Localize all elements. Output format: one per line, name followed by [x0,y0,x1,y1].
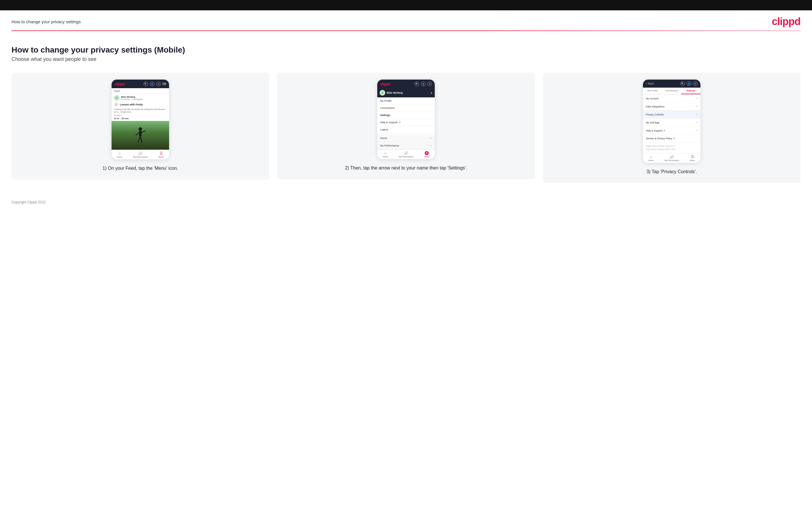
menu-item-myprofile[interactable]: My Profile [377,97,435,105]
nav2-performance[interactable]: 📈 My Performance [399,151,413,158]
settings-icon: ⚙ [156,81,161,86]
page-heading: How to change your privacy settings (Mob… [11,45,801,55]
username: Blair McHarg [121,96,143,98]
nav3-performance-label: My Performance [664,159,679,161]
svg-line-4 [136,132,139,135]
phone1-topbar: clippd 🔍 👤 ⚙ [111,79,169,88]
golf-image [111,121,169,150]
helpsupport-label: Help & Support ↗ [646,129,665,132]
phone2-menu: My Profile Connections Settings Help & S… [377,97,435,149]
search-icon: 🔍 [144,81,148,86]
phone2-bottom-nav: ⌂ Home 📈 My Performance ✕ Menu [377,149,435,159]
serviceprivacy-label: Service & Privacy Policy ↗ [646,137,675,140]
phone1-logo: clippd [114,82,124,86]
header-divider [11,31,801,31]
menu-icon[interactable] [162,83,166,85]
feed-label: Feed [111,88,169,94]
profile-icon-2: 👤 [421,81,425,86]
settings-item-myaccount[interactable]: My Account > [643,95,701,103]
phone1-user-row: B Blair McHarg Yesterday · Sunningdale [111,94,169,101]
step-card-2: clippd 🔍 👤 ⚙ B Blair McHarg ∧ [277,73,535,179]
back-link[interactable]: < Back [646,82,654,85]
chevron-right-icon-2: > [696,105,698,108]
menu-item-logout[interactable]: Logout [377,126,435,133]
phone2-topbar: clippd 🔍 👤 ⚙ [377,79,435,88]
phone3-topbar: < Back 🔍 👤 ⚙ [643,79,701,88]
search-icon-2: 🔍 [415,81,419,86]
home-icon-2: ⌂ [384,151,386,155]
duration-label: Duration [111,114,169,117]
step3-label: 3) Tap 'Privacy Controls'. [646,169,697,175]
nav3-home[interactable]: ⌂ Home [648,155,654,161]
nav2-menu-label: Menu [424,156,429,158]
page-subheading: Choose what you want people to see [11,56,801,62]
nav-menu[interactable]: ☰ Menu [159,151,164,158]
settings-item-privacycontrols[interactable]: Privacy Controls > [643,111,701,119]
nav3-home-label: Home [648,159,654,161]
nav-menu-label: Menu [159,156,164,158]
nav-home-label: Home [117,156,122,158]
dataintegrations-label: Data Integrations [646,105,664,108]
lesson-row: 🏌 Lesson with Fordy [111,101,169,108]
performance-section-label: My Performance [380,144,399,147]
home-icon: ⌂ [118,151,120,155]
performance-icon: 📈 [138,151,143,155]
copyright: Copyright Clippd 2022 [11,200,46,204]
tab-connections[interactable]: Connections [662,88,681,94]
performance-icon-2: 📈 [404,151,408,155]
chevron-up-icon[interactable]: ∧ [430,91,433,95]
nav3-menu[interactable]: ☰ Menu [690,155,695,161]
svg-point-0 [139,127,142,131]
menu-item-connections[interactable]: Connections [377,105,435,112]
chevron-down-icon-2: ∨ [430,144,432,147]
breadcrumb: How to change your privacy settings [11,19,81,24]
phone3-tabs: My Profile Connections Settings [643,88,701,95]
svg-line-5 [142,131,146,132]
nav2-menu[interactable]: ✕ Menu [424,151,429,158]
search-icon-3: 🔍 [680,81,685,86]
location: Yesterday · Sunningdale [121,98,143,100]
avatar-2: B [379,90,385,96]
menu-item-home-section[interactable]: Home ∨ [377,134,435,142]
settings-item-mygolfbag[interactable]: My Golf Bag > [643,119,701,127]
menu-item-helpsupport[interactable]: Help & Support ↗ [377,119,435,126]
tab-settings[interactable]: Settings [681,88,701,94]
duration-value: 01 hr : 30 min [111,117,169,121]
svg-line-2 [138,136,140,143]
close-menu-icon[interactable]: ✕ [425,151,429,155]
nav2-home[interactable]: ⌂ Home [383,151,388,158]
phone-mockup-2: clippd 🔍 👤 ⚙ B Blair McHarg ∧ [377,79,435,159]
version-text: Clippd Client Version: 2022.8.3-3GQL Ser… [643,143,701,153]
tab-myprofile[interactable]: My Profile [643,88,662,94]
nav-performance[interactable]: 📈 My Performance [133,151,148,158]
phone-mockup-1: clippd 🔍 👤 ⚙ Feed B Bl [111,79,169,159]
step-card-3: < Back 🔍 👤 ⚙ My Profile Connections Sett… [543,73,801,183]
settings-item-serviceprivacy[interactable]: Service & Privacy Policy ↗ [643,135,701,143]
step2-label: 2) Then, tap the arrow next to your name… [345,165,467,171]
avatar: B [114,95,119,101]
nav-home[interactable]: ⌂ Home [117,151,122,158]
chevron-down-icon: ∨ [430,136,432,139]
phone2-user-header: B Blair McHarg ∧ [377,88,435,97]
nav3-performance[interactable]: 📈 My Performance [664,155,679,161]
performance-icon-3: 📈 [670,155,674,159]
chevron-right-icon-5: > [696,129,698,132]
top-bar [0,0,812,10]
settings-item-dataintegrations[interactable]: Data Integrations > [643,103,701,111]
myaccount-label: My Account [646,97,658,100]
step1-label: 1) On your Feed, tap the 'Menu' icon. [102,165,178,171]
main-content: How to change your privacy settings (Mob… [0,40,812,194]
svg-line-3 [140,136,142,143]
menu-item-performance-section[interactable]: My Performance ∨ [377,142,435,149]
phone2-icons: 🔍 👤 ⚙ [415,81,432,86]
menu-item-settings[interactable]: Settings [377,112,435,119]
footer: Copyright Clippd 2022 [0,194,812,210]
nav-performance-label: My Performance [133,156,148,158]
profile-icon: 👤 [150,81,154,86]
step-card-1: clippd 🔍 👤 ⚙ Feed B Bl [11,73,269,180]
settings-item-helpsupport[interactable]: Help & Support ↗ > [643,127,701,135]
phone-mockup-3: < Back 🔍 👤 ⚙ My Profile Connections Sett… [643,79,701,163]
home-icon-3: ⌂ [650,155,652,159]
svg-rect-1 [139,131,142,136]
chevron-right-icon: > [696,97,698,100]
